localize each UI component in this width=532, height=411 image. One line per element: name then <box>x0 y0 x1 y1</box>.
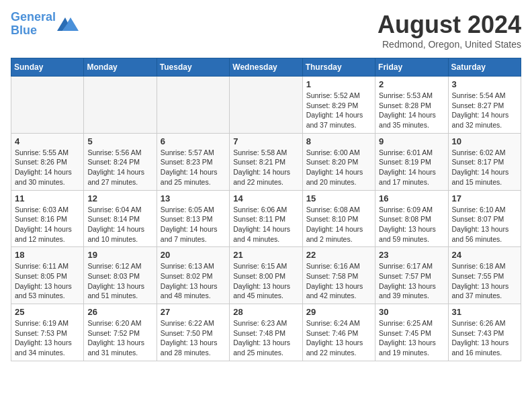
calendar-cell <box>157 77 229 134</box>
day-number: 28 <box>233 307 298 317</box>
day-info: Sunrise: 6:19 AM Sunset: 7:53 PM Dayligh… <box>15 318 80 358</box>
calendar-cell: 16Sunrise: 6:09 AM Sunset: 8:08 PM Dayli… <box>375 190 448 247</box>
calendar-cell: 19Sunrise: 6:12 AM Sunset: 8:03 PM Dayli… <box>84 247 157 304</box>
day-number: 5 <box>87 136 152 146</box>
weekday-header-wednesday: Wednesday <box>230 58 302 77</box>
month-title: August 2024 <box>378 11 521 39</box>
day-info: Sunrise: 6:24 AM Sunset: 7:46 PM Dayligh… <box>306 318 371 358</box>
day-info: Sunrise: 6:13 AM Sunset: 8:02 PM Dayligh… <box>161 261 226 301</box>
day-info: Sunrise: 6:12 AM Sunset: 8:03 PM Dayligh… <box>87 261 152 301</box>
day-number: 30 <box>379 307 444 317</box>
calendar-cell: 20Sunrise: 6:13 AM Sunset: 8:02 PM Dayli… <box>157 247 229 304</box>
day-number: 11 <box>15 193 80 203</box>
calendar-week-3: 11Sunrise: 6:03 AM Sunset: 8:16 PM Dayli… <box>11 190 521 247</box>
day-info: Sunrise: 6:18 AM Sunset: 7:55 PM Dayligh… <box>452 261 517 301</box>
day-info: Sunrise: 6:04 AM Sunset: 8:14 PM Dayligh… <box>87 205 152 244</box>
calendar-cell: 13Sunrise: 6:05 AM Sunset: 8:13 PM Dayli… <box>157 190 229 247</box>
calendar-cell: 12Sunrise: 6:04 AM Sunset: 8:14 PM Dayli… <box>84 190 157 247</box>
day-number: 7 <box>233 136 298 146</box>
day-info: Sunrise: 6:08 AM Sunset: 8:10 PM Dayligh… <box>306 205 371 244</box>
day-info: Sunrise: 5:55 AM Sunset: 8:26 PM Dayligh… <box>15 148 80 187</box>
page-header: General Blue August 2024 Redmond, Oregon… <box>11 11 521 50</box>
day-info: Sunrise: 5:58 AM Sunset: 8:21 PM Dayligh… <box>233 148 298 187</box>
weekday-header-row: SundayMondayTuesdayWednesdayThursdayFrid… <box>11 58 521 77</box>
calendar-cell: 11Sunrise: 6:03 AM Sunset: 8:16 PM Dayli… <box>11 190 84 247</box>
logo-line2: Blue <box>11 24 37 37</box>
logo-line1: General <box>11 10 56 24</box>
day-number: 29 <box>306 307 371 317</box>
day-number: 31 <box>452 307 517 317</box>
day-info: Sunrise: 6:23 AM Sunset: 7:48 PM Dayligh… <box>233 318 298 358</box>
day-number: 1 <box>306 79 371 89</box>
calendar-cell: 2Sunrise: 5:53 AM Sunset: 8:28 PM Daylig… <box>375 77 448 134</box>
day-number: 17 <box>452 193 517 203</box>
day-info: Sunrise: 6:05 AM Sunset: 8:13 PM Dayligh… <box>161 205 226 244</box>
day-info: Sunrise: 6:06 AM Sunset: 8:11 PM Dayligh… <box>233 205 298 244</box>
day-number: 19 <box>87 250 152 260</box>
calendar-cell: 29Sunrise: 6:24 AM Sunset: 7:46 PM Dayli… <box>302 304 375 361</box>
day-info: Sunrise: 5:57 AM Sunset: 8:23 PM Dayligh… <box>161 148 226 187</box>
day-number: 3 <box>452 79 517 89</box>
day-info: Sunrise: 6:01 AM Sunset: 8:19 PM Dayligh… <box>379 148 444 187</box>
day-number: 13 <box>161 193 226 203</box>
day-number: 24 <box>452 250 517 260</box>
day-number: 26 <box>87 307 152 317</box>
day-number: 10 <box>452 136 517 146</box>
day-info: Sunrise: 6:10 AM Sunset: 8:07 PM Dayligh… <box>452 205 517 244</box>
calendar-cell: 22Sunrise: 6:16 AM Sunset: 7:58 PM Dayli… <box>302 247 375 304</box>
day-number: 14 <box>233 193 298 203</box>
day-info: Sunrise: 6:17 AM Sunset: 7:57 PM Dayligh… <box>379 261 444 301</box>
day-info: Sunrise: 6:25 AM Sunset: 7:45 PM Dayligh… <box>379 318 444 358</box>
day-info: Sunrise: 6:20 AM Sunset: 7:52 PM Dayligh… <box>87 318 152 358</box>
calendar-cell: 18Sunrise: 6:11 AM Sunset: 8:05 PM Dayli… <box>11 247 84 304</box>
calendar-cell: 23Sunrise: 6:17 AM Sunset: 7:57 PM Dayli… <box>375 247 448 304</box>
calendar-cell: 17Sunrise: 6:10 AM Sunset: 8:07 PM Dayli… <box>448 190 521 247</box>
day-info: Sunrise: 6:11 AM Sunset: 8:05 PM Dayligh… <box>15 261 80 301</box>
calendar-cell: 15Sunrise: 6:08 AM Sunset: 8:10 PM Dayli… <box>302 190 375 247</box>
weekday-header-thursday: Thursday <box>302 58 375 77</box>
calendar-week-4: 18Sunrise: 6:11 AM Sunset: 8:05 PM Dayli… <box>11 247 521 304</box>
calendar-cell: 4Sunrise: 5:55 AM Sunset: 8:26 PM Daylig… <box>11 133 84 190</box>
logo-icon <box>57 15 79 34</box>
day-number: 9 <box>379 136 444 146</box>
day-number: 21 <box>233 250 298 260</box>
day-number: 12 <box>87 193 152 203</box>
calendar-cell: 21Sunrise: 6:15 AM Sunset: 8:00 PM Dayli… <box>230 247 302 304</box>
logo-text: General Blue <box>11 11 56 38</box>
day-info: Sunrise: 6:22 AM Sunset: 7:50 PM Dayligh… <box>161 318 226 358</box>
logo: General Blue <box>11 11 79 38</box>
calendar-cell: 24Sunrise: 6:18 AM Sunset: 7:55 PM Dayli… <box>448 247 521 304</box>
weekday-header-tuesday: Tuesday <box>157 58 229 77</box>
day-info: Sunrise: 6:16 AM Sunset: 7:58 PM Dayligh… <box>306 261 371 301</box>
day-info: Sunrise: 5:52 AM Sunset: 8:29 PM Dayligh… <box>306 91 371 130</box>
day-number: 27 <box>161 307 226 317</box>
calendar-cell: 9Sunrise: 6:01 AM Sunset: 8:19 PM Daylig… <box>375 133 448 190</box>
calendar-cell: 7Sunrise: 5:58 AM Sunset: 8:21 PM Daylig… <box>230 133 302 190</box>
calendar-cell: 30Sunrise: 6:25 AM Sunset: 7:45 PM Dayli… <box>375 304 448 361</box>
day-number: 18 <box>15 250 80 260</box>
day-info: Sunrise: 6:02 AM Sunset: 8:17 PM Dayligh… <box>452 148 517 187</box>
day-info: Sunrise: 6:03 AM Sunset: 8:16 PM Dayligh… <box>15 205 80 244</box>
calendar-week-1: 1Sunrise: 5:52 AM Sunset: 8:29 PM Daylig… <box>11 77 521 134</box>
day-info: Sunrise: 6:15 AM Sunset: 8:00 PM Dayligh… <box>233 261 298 301</box>
day-number: 20 <box>161 250 226 260</box>
calendar-cell: 1Sunrise: 5:52 AM Sunset: 8:29 PM Daylig… <box>302 77 375 134</box>
day-info: Sunrise: 5:54 AM Sunset: 8:27 PM Dayligh… <box>452 91 517 130</box>
day-number: 15 <box>306 193 371 203</box>
day-info: Sunrise: 6:00 AM Sunset: 8:20 PM Dayligh… <box>306 148 371 187</box>
day-number: 25 <box>15 307 80 317</box>
day-number: 22 <box>306 250 371 260</box>
calendar-week-2: 4Sunrise: 5:55 AM Sunset: 8:26 PM Daylig… <box>11 133 521 190</box>
day-number: 8 <box>306 136 371 146</box>
calendar-cell: 5Sunrise: 5:56 AM Sunset: 8:24 PM Daylig… <box>84 133 157 190</box>
calendar-cell: 27Sunrise: 6:22 AM Sunset: 7:50 PM Dayli… <box>157 304 229 361</box>
day-info: Sunrise: 6:09 AM Sunset: 8:08 PM Dayligh… <box>379 205 444 244</box>
weekday-header-sunday: Sunday <box>11 58 84 77</box>
calendar-cell: 31Sunrise: 6:26 AM Sunset: 7:43 PM Dayli… <box>448 304 521 361</box>
calendar-cell <box>84 77 157 134</box>
day-info: Sunrise: 6:26 AM Sunset: 7:43 PM Dayligh… <box>452 318 517 358</box>
day-number: 2 <box>379 79 444 89</box>
weekday-header-saturday: Saturday <box>448 58 521 77</box>
calendar-table: SundayMondayTuesdayWednesdayThursdayFrid… <box>11 58 521 361</box>
calendar-cell: 25Sunrise: 6:19 AM Sunset: 7:53 PM Dayli… <box>11 304 84 361</box>
